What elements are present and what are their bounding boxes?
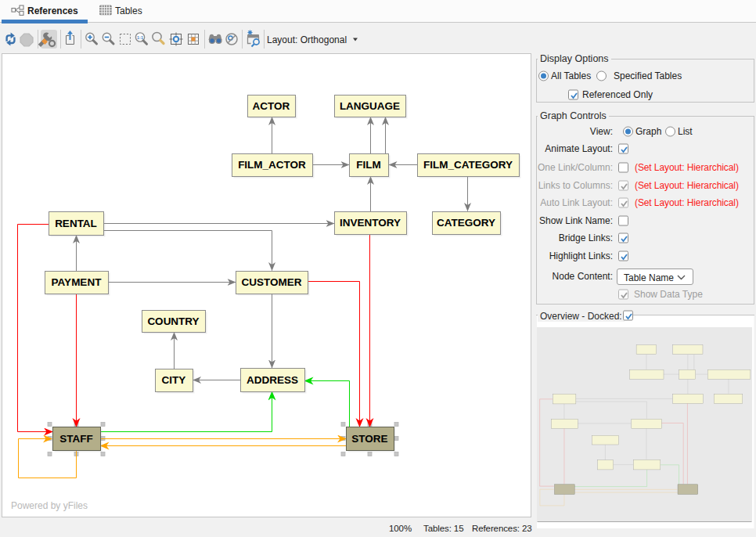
svg-text:LANGUAGE: LANGUAGE xyxy=(340,100,400,112)
svg-text:ADDRESS: ADDRESS xyxy=(247,374,298,386)
svg-text:RENTAL: RENTAL xyxy=(55,218,97,229)
svg-text:ACTOR: ACTOR xyxy=(253,100,290,112)
svg-text:CUSTOMER: CUSTOMER xyxy=(241,276,301,288)
svg-text:Powered by yFiles: Powered by yFiles xyxy=(11,500,88,511)
svg-text:FILM: FILM xyxy=(356,159,381,171)
svg-text:STAFF: STAFF xyxy=(59,433,93,445)
svg-text:PAYMENT: PAYMENT xyxy=(52,276,103,288)
svg-text:CITY: CITY xyxy=(162,374,186,386)
svg-text:STORE: STORE xyxy=(351,433,387,445)
svg-text:FILM_ACTOR: FILM_ACTOR xyxy=(238,159,306,171)
svg-text:1:1: 1:1 xyxy=(137,35,143,40)
svg-text:INVENTORY: INVENTORY xyxy=(340,217,401,229)
svg-text:COUNTRY: COUNTRY xyxy=(147,315,199,327)
